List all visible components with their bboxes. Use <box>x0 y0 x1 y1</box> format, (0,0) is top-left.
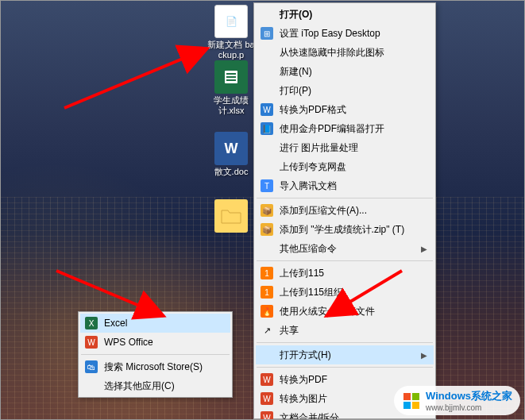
menu-label: 添加到 "学生成绩统计.zip" (T) <box>280 223 404 237</box>
svg-rect-9 <box>403 402 411 409</box>
context-menu: 打开(O) ⊞ 设置 iTop Easy Desktop 从快速隐藏中排除此图标… <box>253 2 436 419</box>
menu-new[interactable]: 新建(N) <box>256 62 434 81</box>
menu-label: 使用金舟PDF编辑器打开 <box>280 122 384 136</box>
menu-label: 文档合并/拆分 <box>280 411 339 421</box>
tencent-icon: T <box>260 179 274 193</box>
excel-icon: X <box>84 316 98 330</box>
menu-add-archive[interactable]: 📦 添加到压缩文件(A)... <box>256 201 434 220</box>
windows-logo-icon <box>402 391 421 410</box>
file-label: 学生成绩 计.xlsx <box>207 95 255 116</box>
submenu-wps[interactable]: W WPS Office <box>80 333 230 352</box>
menu-label: 打开(O) <box>280 8 312 21</box>
menu-jinzhou[interactable]: 📘 使用金舟PDF编辑器打开 <box>256 119 434 138</box>
store-icon: 🛍 <box>84 360 98 374</box>
svg-rect-3 <box>226 79 236 81</box>
menu-label: 使用火绒安全粉碎文件 <box>280 305 375 318</box>
menu-label: WPS Office <box>104 337 153 348</box>
menu-separator <box>257 342 433 343</box>
menu-label: 搜索 Microsoft Store(S) <box>104 360 203 374</box>
svg-rect-1 <box>226 73 236 75</box>
menu-label: 共享 <box>280 324 299 337</box>
menu-label: 打开方式(H) <box>280 349 331 362</box>
menu-label: 添加到压缩文件(A)... <box>280 204 367 218</box>
huorong-icon: 🔥 <box>260 304 274 318</box>
menu-add-zip[interactable]: 📦 添加到 "学生成绩统计.zip" (T) <box>256 220 434 239</box>
watermark: Windows系统之家 www.bjjmlv.com <box>394 386 520 415</box>
menu-label: 打印(P) <box>280 84 311 98</box>
menu-label: 上传到115 <box>280 267 324 280</box>
svg-rect-7 <box>403 393 411 400</box>
menu-label: 新建(N) <box>280 65 312 79</box>
svg-rect-10 <box>412 402 419 409</box>
svg-rect-2 <box>226 76 236 78</box>
desktop-folder-icon[interactable] <box>207 199 255 234</box>
menu-print[interactable]: 打印(P) <box>256 81 434 100</box>
menu-convert-pdf[interactable]: W 转换为PDF格式 <box>256 100 434 119</box>
menu-huorong-shred[interactable]: 🔥 使用火绒安全粉碎文件 <box>256 302 434 321</box>
wps-icon: W <box>260 372 274 387</box>
menu-label: 导入腾讯文档 <box>280 179 337 193</box>
pdf-icon: W <box>260 102 274 117</box>
menu-separator <box>257 260 433 261</box>
menu-open[interactable]: 打开(O) <box>256 5 434 24</box>
zip-icon: 📦 <box>260 222 274 237</box>
menu-share[interactable]: ↗ 共享 <box>256 321 434 340</box>
menu-label: Excel <box>104 318 127 329</box>
itop-icon: ⊞ <box>260 26 274 40</box>
menu-label: 设置 iTop Easy Desktop <box>280 27 380 40</box>
menu-open-with[interactable]: 打开方式(H) ▶ <box>256 345 434 364</box>
menu-other-compress[interactable]: 其他压缩命令 ▶ <box>256 239 434 258</box>
open-with-submenu: X Excel W WPS Office 🛍 搜索 Microsoft Stor… <box>78 311 233 398</box>
wps-icon: W <box>260 410 274 420</box>
menu-separator <box>81 354 230 355</box>
watermark-url: www.bjjmlv.com <box>426 403 512 412</box>
menu-batch-image[interactable]: 进行 图片批量处理 <box>256 138 434 157</box>
menu-import-tencent[interactable]: T 导入腾讯文档 <box>256 176 434 195</box>
svg-rect-8 <box>412 393 419 400</box>
menu-upload-115[interactable]: 1 上传到115 <box>256 264 434 283</box>
menu-separator <box>257 367 433 368</box>
file-label: 散文.doc <box>207 167 255 177</box>
jinzhou-icon: 📘 <box>260 121 274 136</box>
menu-label: 从快速隐藏中排除此图标 <box>280 46 384 60</box>
menu-label: 其他压缩命令 <box>280 242 337 256</box>
menu-upload-115-org[interactable]: 1 上传到115组织 <box>256 283 434 302</box>
menu-separator <box>257 198 433 198</box>
archive-icon: 📦 <box>260 203 274 218</box>
file-label: 新建文档 backup.p <box>207 40 255 60</box>
folder-icon <box>214 199 248 233</box>
115-org-icon: 1 <box>260 285 274 299</box>
submenu-arrow-icon: ▶ <box>421 351 427 360</box>
menu-label: 进行 图片批量处理 <box>280 141 358 155</box>
menu-itop[interactable]: ⊞ 设置 iTop Easy Desktop <box>256 24 434 43</box>
menu-label: 转换为PDF格式 <box>280 103 346 117</box>
menu-label: 转换为PDF <box>280 373 327 387</box>
watermark-text: Windows系统之家 <box>426 389 512 403</box>
menu-exclude[interactable]: 从快速隐藏中排除此图标 <box>256 43 434 62</box>
menu-label: 上传到夸克网盘 <box>280 160 346 174</box>
document-icon: 📄 <box>214 5 248 38</box>
wps-office-icon: W <box>84 335 98 349</box>
excel-file-icon <box>214 60 248 94</box>
menu-label: 转换为图片 <box>280 392 327 406</box>
wps-icon: W <box>260 391 274 406</box>
desktop-file-icon-xlsx[interactable]: 学生成绩 计.xlsx <box>207 60 255 116</box>
word-file-icon: W <box>214 132 248 165</box>
menu-label: 上传到115组织 <box>280 286 343 299</box>
menu-upload-kuake[interactable]: 上传到夸克网盘 <box>256 157 434 176</box>
submenu-arrow-icon: ▶ <box>421 245 427 253</box>
desktop-file-icon[interactable]: 📄 新建文档 backup.p <box>207 5 255 60</box>
submenu-excel[interactable]: X Excel <box>80 314 230 333</box>
desktop-file-icon-doc[interactable]: W 散文.doc <box>207 132 255 177</box>
115-icon: 1 <box>260 266 274 280</box>
share-icon: ↗ <box>260 323 274 337</box>
submenu-search-store[interactable]: 🛍 搜索 Microsoft Store(S) <box>80 357 230 376</box>
submenu-choose-other[interactable]: 选择其他应用(C) <box>80 376 230 395</box>
menu-label: 选择其他应用(C) <box>104 380 175 393</box>
